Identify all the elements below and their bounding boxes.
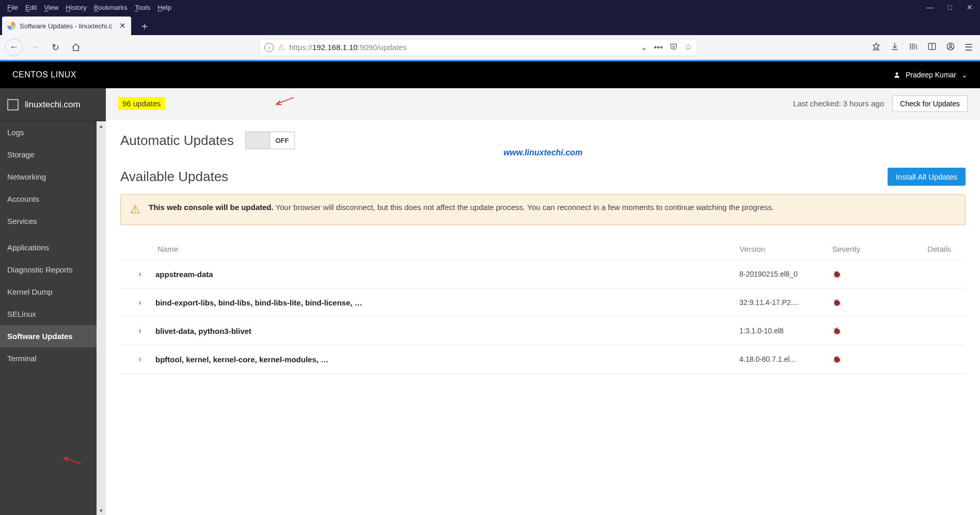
sidebar-item-diagnostic-reports[interactable]: Diagnostic Reports xyxy=(0,259,106,281)
menu-file[interactable]: File xyxy=(7,4,18,11)
expand-icon[interactable]: › xyxy=(124,298,155,307)
chevron-down-icon: ⌄ xyxy=(961,71,968,79)
toggle-knob xyxy=(246,132,271,149)
url-dropdown-icon[interactable]: ⌄ xyxy=(640,42,647,53)
scroll-down-icon[interactable]: ▾ xyxy=(97,506,106,515)
window-maximize[interactable]: □ xyxy=(948,3,952,11)
bugfix-icon: 🐞 xyxy=(832,355,905,363)
toggle-state-label: OFF xyxy=(270,132,294,149)
sidebar-item-storage[interactable]: Storage xyxy=(0,143,106,166)
host-name: linuxtechi.com xyxy=(25,100,81,110)
main-content: 96 updates Last checked: 3 hours ago Che… xyxy=(106,88,980,515)
sidebar-item-networking[interactable]: Networking xyxy=(0,166,106,188)
updates-count-badge: 96 updates xyxy=(118,97,165,110)
table-row[interactable]: ›bpftool, kernel, kernel-core, kernel-mo… xyxy=(120,345,966,374)
host-header[interactable]: linuxtechi.com xyxy=(0,88,106,121)
last-checked-text: Last checked: 3 hours ago xyxy=(793,99,884,108)
host-icon xyxy=(7,99,19,110)
sidebar-item-kernel-dump[interactable]: Kernel Dump xyxy=(0,281,106,303)
expand-icon[interactable]: › xyxy=(124,326,155,335)
pkg-version: 32:9.11.4-17.P2.... xyxy=(739,298,832,307)
available-updates-title: Available Updates xyxy=(120,169,228,185)
install-all-button[interactable]: Install All Updates xyxy=(888,168,966,186)
menu-view[interactable]: View xyxy=(44,4,58,11)
security-warning-icon[interactable] xyxy=(277,43,285,52)
sidebar-scrollbar[interactable]: ▴ ▾ xyxy=(97,121,106,515)
bugfix-icon: 🐞 xyxy=(832,298,905,307)
table-row[interactable]: ›appstream-data8-20190215.el8_0🐞 xyxy=(120,260,966,288)
nav-forward-button[interactable]: → xyxy=(26,39,43,56)
menu-tools[interactable]: Tools xyxy=(135,4,150,11)
pkg-version: 1:3.1.0-10.el8 xyxy=(739,327,832,335)
automatic-updates-toggle[interactable]: OFF xyxy=(245,132,295,149)
col-severity: Severity xyxy=(832,245,905,253)
col-version: Version xyxy=(739,245,832,253)
menu-edit[interactable]: Edit xyxy=(25,4,37,11)
sidebar-item-selinux[interactable]: SELinux xyxy=(0,303,106,325)
check-updates-button[interactable]: Check for Updates xyxy=(892,95,968,112)
nav-home-button[interactable] xyxy=(67,39,85,56)
cockpit-header: CENTOS LINUX Pradeep Kumar ⌄ xyxy=(0,61,980,88)
site-info-icon[interactable]: i xyxy=(264,43,274,52)
sidebar: linuxtechi.com LogsStorageNetworkingAcco… xyxy=(0,88,106,515)
page-actions-icon[interactable]: ••• xyxy=(654,42,663,53)
user-name: Pradeep Kumar xyxy=(906,71,956,79)
pocket-icon[interactable] xyxy=(669,42,678,53)
user-menu[interactable]: Pradeep Kumar ⌄ xyxy=(893,71,968,79)
pkg-name: bpftool, kernel, kernel-core, kernel-mod… xyxy=(155,355,739,364)
browser-navbar: ← → ↻ i https://192.168.1.10:9090/update… xyxy=(0,35,980,60)
tab-close-icon[interactable]: ✕ xyxy=(119,21,126,30)
bookmark-star-icon[interactable]: ☆ xyxy=(684,42,692,53)
url-bar[interactable]: i https://192.168.1.10:9090/updates ⌄ ••… xyxy=(259,39,698,56)
new-tab-button[interactable]: ＋ xyxy=(131,19,158,35)
account-icon[interactable] xyxy=(946,42,955,53)
library-icon[interactable] xyxy=(909,42,918,53)
sidebar-item-terminal[interactable]: Terminal xyxy=(0,347,106,369)
col-details: Details xyxy=(905,245,961,253)
expand-icon[interactable]: › xyxy=(124,355,155,364)
nav-reload-button[interactable]: ↻ xyxy=(46,39,64,56)
window-close[interactable]: ✕ xyxy=(967,3,973,11)
svg-line-5 xyxy=(277,98,294,104)
svg-point-3 xyxy=(896,72,898,75)
browser-tabbar: Software Updates - linuxtechi.c ✕ ＋ xyxy=(0,14,980,35)
update-warning-alert: ⚠ This web console will be updated. Your… xyxy=(120,194,966,225)
library-bookmark-icon[interactable] xyxy=(872,42,881,53)
sidebar-item-accounts[interactable]: Accounts xyxy=(0,188,106,210)
menu-bookmarks[interactable]: Bookmarks xyxy=(94,4,128,11)
sidebar-toggle-icon[interactable] xyxy=(927,42,937,53)
sidebar-item-applications[interactable]: Applications xyxy=(0,236,106,259)
warning-icon: ⚠ xyxy=(130,203,140,216)
pkg-version: 4.18.0-80.7.1.el... xyxy=(739,355,832,363)
table-row[interactable]: ›bind-export-libs, bind-libs, bind-libs-… xyxy=(120,288,966,317)
bugfix-icon: 🐞 xyxy=(832,270,905,278)
col-name: Name xyxy=(155,245,739,253)
pkg-version: 8-20190215.el8_0 xyxy=(739,270,832,278)
sidebar-item-logs[interactable]: Logs xyxy=(0,121,106,143)
scroll-up-icon[interactable]: ▴ xyxy=(97,121,106,131)
pkg-name: appstream-data xyxy=(155,270,739,279)
table-row[interactable]: ›blivet-data, python3-blivet1:3.1.0-10.e… xyxy=(120,317,966,345)
downloads-icon[interactable] xyxy=(890,42,899,53)
menu-help[interactable]: Help xyxy=(157,4,171,11)
expand-icon[interactable]: › xyxy=(124,269,155,279)
favicon-icon xyxy=(7,22,15,30)
os-menubar: FileEditViewHistoryBookmarksToolsHelp — … xyxy=(0,0,980,14)
updates-table: Name Version Severity Details ›appstream… xyxy=(120,238,966,374)
pkg-name: bind-export-libs, bind-libs, bind-libs-l… xyxy=(155,298,739,307)
browser-tab[interactable]: Software Updates - linuxtechi.c ✕ xyxy=(2,17,131,35)
sidebar-item-software-updates[interactable]: Software Updates xyxy=(0,325,106,347)
nav-back-button[interactable]: ← xyxy=(5,39,23,56)
automatic-updates-title: Automatic Updates xyxy=(120,133,234,149)
table-header: Name Version Severity Details xyxy=(120,238,966,260)
browser-menu-icon[interactable]: ☰ xyxy=(965,42,973,53)
sidebar-item-services[interactable]: Services xyxy=(0,210,106,232)
status-bar: 96 updates Last checked: 3 hours ago Che… xyxy=(106,88,980,119)
menu-history[interactable]: History xyxy=(66,4,86,11)
user-icon xyxy=(893,71,900,78)
window-minimize[interactable]: — xyxy=(926,3,934,11)
annotation-arrow-icon xyxy=(274,95,295,106)
svg-point-2 xyxy=(950,44,952,47)
alert-text: This web console will be updated. Your b… xyxy=(149,203,774,216)
url-text: https://192.168.1.10:9090/updates xyxy=(289,43,407,52)
